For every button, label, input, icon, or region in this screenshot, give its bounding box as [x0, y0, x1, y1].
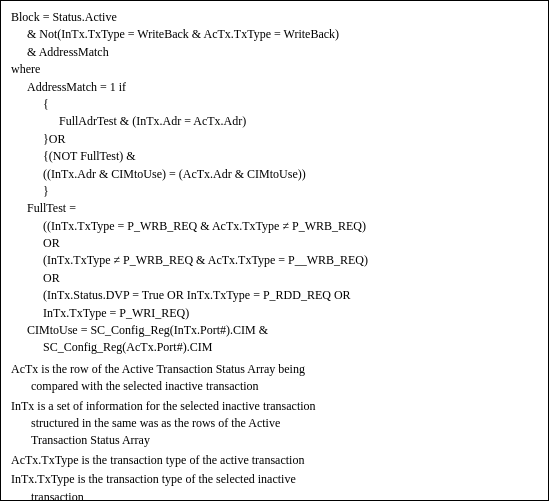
line-brace-close: } [11, 183, 538, 200]
line-fulltest-eq: FullTest = [11, 200, 538, 217]
line-where: where [11, 61, 538, 78]
line-cimtouse-eq: ((InTx.Adr & CIMtoUse) = (AcTx.Adr & CIM… [11, 166, 538, 183]
line-addressmatch-ref: & AddressMatch [11, 44, 538, 61]
line-fulltest-cond2: (InTx.TxType ≠ P_WRB_REQ & AcTx.TxType =… [11, 252, 538, 269]
line-addressmatch-def: AddressMatch = 1 if [11, 79, 538, 96]
line-fulltest-cond3b: InTx.TxType = P_WRI_REQ) [11, 305, 538, 322]
line-not-fulltest: {(NOT FullTest) & [11, 148, 538, 165]
line-fulltest-cond1: ((InTx.TxType = P_WRB_REQ & AcTx.TxType … [11, 218, 538, 235]
line-fulltest-cond3a: (InTx.Status.DVP = True OR InTx.TxType =… [11, 287, 538, 304]
def-intx-txtype-line2: transaction [11, 489, 538, 501]
block-definition: Block = Status.Active & Not(InTx.TxType … [11, 9, 538, 357]
line-brace-open: { [11, 96, 538, 113]
line-not: & Not(InTx.TxType = WriteBack & AcTx.TxT… [11, 26, 538, 43]
def-actx-line2: compared with the selected inactive tran… [11, 378, 538, 395]
line-or1: }OR [11, 131, 538, 148]
def-intx-line1: InTx is a set of information for the sel… [11, 398, 538, 415]
line-or2: OR [11, 235, 538, 252]
def-intx: InTx is a set of information for the sel… [11, 398, 538, 450]
def-actx-line1: AcTx is the row of the Active Transactio… [11, 361, 538, 378]
def-actx-txtype-line1: AcTx.TxType is the transaction type of t… [11, 452, 538, 469]
line-fulladrtest: FullAdrTest & (InTx.Adr = AcTx.Adr) [11, 113, 538, 130]
def-intx-txtype: InTx.TxType is the transaction type of t… [11, 471, 538, 501]
def-actx: AcTx is the row of the Active Transactio… [11, 361, 538, 396]
line-block: Block = Status.Active [11, 9, 538, 26]
main-content: Block = Status.Active & Not(InTx.TxType … [0, 0, 549, 501]
def-actx-txtype: AcTx.TxType is the transaction type of t… [11, 452, 538, 469]
definitions-section: AcTx is the row of the Active Transactio… [11, 361, 538, 501]
def-intx-line3: Transaction Status Array [11, 432, 538, 449]
line-cimtouse-def: CIMtoUse = SC_Config_Reg(InTx.Port#).CIM… [11, 322, 538, 339]
line-cimtouse-def2: SC_Config_Reg(AcTx.Port#).CIM [11, 339, 538, 356]
def-intx-txtype-line1: InTx.TxType is the transaction type of t… [11, 471, 538, 488]
line-or3: OR [11, 270, 538, 287]
def-intx-line2: structured in the same was as the rows o… [11, 415, 538, 432]
